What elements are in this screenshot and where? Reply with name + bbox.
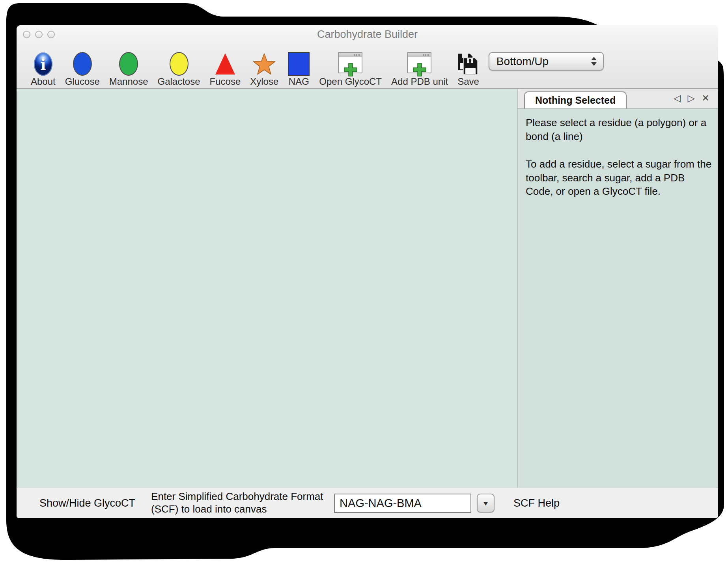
toolbar-button-xylose[interactable]: Xylose	[250, 51, 278, 86]
save-floppy-icon	[457, 51, 479, 76]
toolbar-button-glucose[interactable]: Glucose	[65, 51, 100, 86]
toolbar-label-mannose: Mannose	[109, 77, 148, 86]
galactose-circle-icon	[170, 51, 189, 76]
scf-prompt-label: Enter Simplified Carbohydrate Format (SC…	[151, 490, 324, 515]
panel-tab-bar: Nothing Selected ◁ ▷ ✕	[518, 89, 718, 109]
canvas[interactable]	[17, 89, 517, 488]
toolbar-label-about: About	[31, 77, 56, 86]
zoom-button[interactable]	[47, 31, 55, 38]
nag-square-icon	[288, 51, 310, 76]
scf-history-dropdown-button[interactable]: ▼	[477, 494, 495, 513]
main-content: Nothing Selected ◁ ▷ ✕ Please select a r…	[17, 89, 718, 488]
window-plus-icon	[338, 52, 363, 76]
scf-input[interactable]	[334, 494, 471, 513]
bottom-bar: Show/Hide GlycoCT Enter Simplified Carbo…	[17, 488, 718, 518]
show-hide-glycoct-button[interactable]: Show/Hide GlycoCT	[39, 497, 135, 509]
mannose-circle-icon	[119, 51, 138, 76]
fucose-triangle-icon	[214, 51, 236, 76]
info-icon: i	[34, 51, 52, 76]
toolbar-button-mannose[interactable]: Mannose	[109, 51, 148, 86]
toolbar-label-add-pdb-unit: Add PDB unit	[391, 77, 448, 86]
toolbar-label-galactose: Galactose	[158, 77, 200, 86]
toolbar-label-xylose: Xylose	[250, 77, 278, 86]
toolbar-button-open-glycoct[interactable]: Open GlycoCT	[319, 52, 382, 86]
tab-close-button[interactable]: ✕	[702, 93, 709, 103]
app-window: Carbohydrate Builder i About Glucose Man…	[17, 25, 718, 518]
window-title: Carbohydrate Builder	[317, 28, 418, 41]
toolbar: i About Glucose Mannose Galactose	[17, 43, 718, 89]
tab-prev-button[interactable]: ◁	[674, 93, 681, 103]
inspector-panel: Nothing Selected ◁ ▷ ✕ Please select a r…	[517, 89, 718, 488]
toolbar-label-open-glycoct: Open GlycoCT	[319, 77, 382, 86]
instruction-select-text: Please select a residue (a polygon) or a…	[526, 116, 713, 143]
toolbar-button-add-pdb-unit[interactable]: Add PDB unit	[391, 52, 448, 86]
instruction-add-text: To add a residue, select a sugar from th…	[526, 157, 713, 198]
close-button[interactable]	[23, 31, 30, 38]
tab-next-button[interactable]: ▷	[687, 93, 694, 103]
window-plus-icon	[407, 52, 432, 76]
direction-select[interactable]: Bottom/Up	[489, 52, 604, 71]
chevron-down-icon: ▼	[482, 500, 489, 507]
toolbar-button-galactose[interactable]: Galactose	[158, 51, 200, 86]
toolbar-label-fucose: Fucose	[210, 77, 241, 86]
toolbar-label-nag: NAG	[289, 77, 309, 86]
toolbar-button-about[interactable]: i About	[31, 51, 56, 86]
tab-nothing-selected[interactable]: Nothing Selected	[524, 91, 627, 108]
traffic-lights	[23, 25, 55, 43]
xylose-star-icon	[252, 51, 276, 76]
tab-nav: ◁ ▷ ✕	[674, 91, 709, 104]
glucose-circle-icon	[73, 51, 92, 76]
direction-select-value: Bottom/Up	[497, 55, 549, 68]
toolbar-label-glucose: Glucose	[65, 77, 100, 86]
title-bar: Carbohydrate Builder	[17, 25, 718, 43]
stepper-arrows-icon	[591, 57, 597, 66]
toolbar-button-fucose[interactable]: Fucose	[210, 51, 241, 86]
toolbar-button-nag[interactable]: NAG	[288, 51, 310, 86]
toolbar-label-save: Save	[457, 77, 479, 86]
toolbar-button-save[interactable]: Save	[457, 51, 479, 86]
scf-help-button[interactable]: SCF Help	[513, 497, 560, 509]
minimize-button[interactable]	[35, 31, 43, 38]
tab-label: Nothing Selected	[535, 95, 616, 106]
panel-instructions: Please select a residue (a polygon) or a…	[518, 109, 718, 488]
